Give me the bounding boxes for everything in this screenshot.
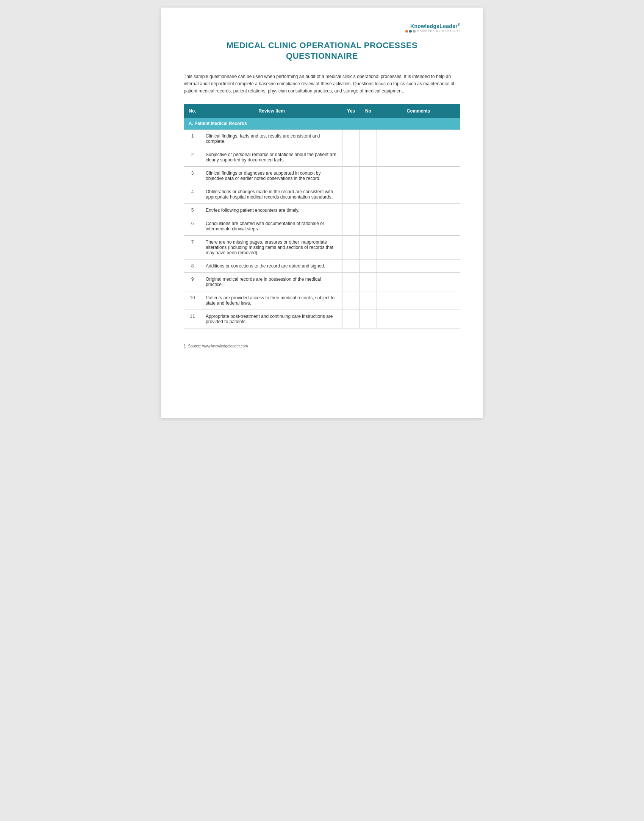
row-yes	[342, 148, 360, 167]
table-header-row: No. Review Item Yes No Comments	[184, 105, 460, 118]
th-no: No.	[184, 105, 201, 118]
row-review-item: Clinical findings or diagnoses are suppo…	[201, 167, 342, 185]
table-row: 10Patients are provided access to their …	[184, 291, 460, 310]
row-review-item: Additions or corrections to the record a…	[201, 260, 342, 273]
th-comments: Comments	[377, 105, 460, 118]
table-row: 2Subjective or personal remarks or notat…	[184, 148, 460, 167]
row-no	[360, 204, 377, 217]
row-number: 10	[184, 291, 201, 310]
table-body: A. Patient Medical Records1Clinical find…	[184, 118, 460, 328]
row-yes	[342, 310, 360, 328]
row-review-item: Patients are provided access to their me…	[201, 291, 342, 310]
section-label: A. Patient Medical Records	[184, 118, 460, 130]
row-number: 4	[184, 185, 201, 204]
row-comments	[377, 236, 460, 260]
row-number: 8	[184, 260, 201, 273]
table-row: 9Original medical records are in possess…	[184, 273, 460, 291]
table-row: 3Clinical findings or diagnoses are supp…	[184, 167, 460, 185]
row-comments	[377, 167, 460, 185]
footer-number: 1	[184, 344, 186, 348]
row-no	[360, 130, 377, 148]
table-row: 11Appropriate post-treatment and continu…	[184, 310, 460, 328]
brand-name: KnowledgeLeader	[410, 23, 458, 29]
intro-text: This sample questionnaire can be used wh…	[184, 73, 460, 95]
row-number: 6	[184, 217, 201, 236]
row-review-item: There are no missing pages, erasures or …	[201, 236, 342, 260]
row-yes	[342, 236, 360, 260]
dot-teal	[409, 30, 412, 33]
row-number: 3	[184, 167, 201, 185]
row-comments	[377, 310, 460, 328]
footer: 1 Source: www.knowledgeleader.com	[184, 340, 460, 348]
row-review-item: Clinical findings, facts and test result…	[201, 130, 342, 148]
row-number: 9	[184, 273, 201, 291]
row-review-item: Appropriate post-treatment and continuin…	[201, 310, 342, 328]
row-yes	[342, 185, 360, 204]
row-review-item: Subjective or personal remarks or notati…	[201, 148, 342, 167]
row-yes	[342, 291, 360, 310]
row-yes	[342, 167, 360, 185]
logo-container: KnowledgeLeader® POWERED BY PROTIVITI	[405, 23, 461, 33]
title-section: MEDICAL CLINIC OPERATIONAL PROCESSES QUE…	[184, 40, 460, 62]
row-number: 7	[184, 236, 201, 260]
logo-area: KnowledgeLeader® POWERED BY PROTIVITI	[184, 23, 460, 33]
powered-label: POWERED BY PROTIVITI	[417, 30, 461, 33]
row-comments	[377, 185, 460, 204]
questionnaire-table: No. Review Item Yes No Comments A. Patie…	[184, 104, 460, 328]
th-no-col: No	[360, 105, 377, 118]
table-row: 6Conclusions are charted with documentat…	[184, 217, 460, 236]
row-review-item: Entries following patient encounters are…	[201, 204, 342, 217]
row-review-item: Obliterations or changes made in the rec…	[201, 185, 342, 204]
row-number: 5	[184, 204, 201, 217]
row-comments	[377, 260, 460, 273]
title-line1: MEDICAL CLINIC OPERATIONAL PROCESSES	[184, 40, 460, 51]
row-yes	[342, 273, 360, 291]
title-line2: QUESTIONNAIRE	[184, 51, 460, 62]
row-number: 2	[184, 148, 201, 167]
row-yes	[342, 204, 360, 217]
row-review-item: Conclusions are charted with documentati…	[201, 217, 342, 236]
row-comments	[377, 148, 460, 167]
table-row: 5Entries following patient encounters ar…	[184, 204, 460, 217]
row-number: 1	[184, 130, 201, 148]
dot-orange	[405, 30, 408, 33]
row-comments	[377, 204, 460, 217]
footer-source: Source: www.knowledgeleader.com	[188, 344, 248, 348]
row-number: 11	[184, 310, 201, 328]
table-row: 4Obliterations or changes made in the re…	[184, 185, 460, 204]
row-no	[360, 291, 377, 310]
page: KnowledgeLeader® POWERED BY PROTIVITI ME…	[161, 8, 483, 418]
row-review-item: Original medical records are in possessi…	[201, 273, 342, 291]
row-no	[360, 236, 377, 260]
row-no	[360, 167, 377, 185]
th-yes: Yes	[342, 105, 360, 118]
row-comments	[377, 291, 460, 310]
table-row: 1Clinical findings, facts and test resul…	[184, 130, 460, 148]
dot-gray-dark	[413, 30, 416, 33]
section-header-row: A. Patient Medical Records	[184, 118, 460, 130]
row-comments	[377, 217, 460, 236]
row-no	[360, 310, 377, 328]
row-yes	[342, 260, 360, 273]
table-row: 8Additions or corrections to the record …	[184, 260, 460, 273]
logo-text: KnowledgeLeader®	[405, 23, 461, 29]
row-no	[360, 260, 377, 273]
main-title: MEDICAL CLINIC OPERATIONAL PROCESSES QUE…	[184, 40, 460, 62]
logo-dots-row: POWERED BY PROTIVITI	[405, 30, 461, 33]
row-no	[360, 185, 377, 204]
row-comments	[377, 130, 460, 148]
row-yes	[342, 217, 360, 236]
trademark: ®	[458, 23, 460, 27]
row-no	[360, 217, 377, 236]
row-no	[360, 148, 377, 167]
table-row: 7There are no missing pages, erasures or…	[184, 236, 460, 260]
row-comments	[377, 273, 460, 291]
th-review-item: Review Item	[201, 105, 342, 118]
row-yes	[342, 130, 360, 148]
row-no	[360, 273, 377, 291]
